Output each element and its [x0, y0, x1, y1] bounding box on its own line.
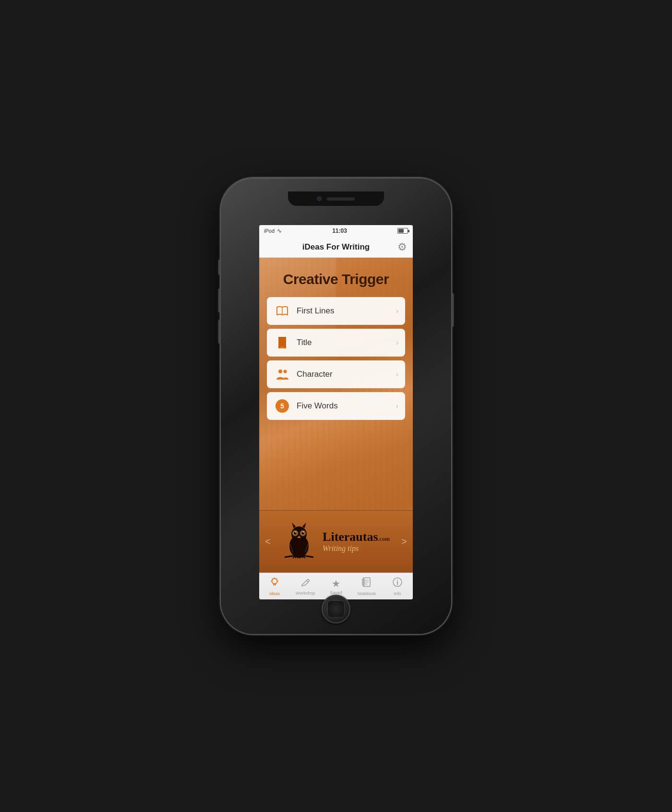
volume-down-button[interactable] [218, 320, 221, 344]
svg-point-37 [397, 580, 398, 581]
svg-point-23 [272, 578, 277, 584]
first-lines-label: First Lines [297, 306, 396, 316]
svg-point-15 [303, 532, 304, 533]
brand-tld: .com [378, 536, 390, 542]
people-icon [274, 368, 291, 381]
wifi-icon: ∿ [277, 227, 282, 234]
status-right [397, 228, 408, 234]
svg-line-28 [276, 578, 277, 579]
next-arrow-icon[interactable]: > [401, 536, 407, 547]
phone-frame: iPod ∿ 11:03 iDeas For Writing ⚙ Creativ… [221, 178, 451, 634]
info-tab-label: Info [394, 591, 401, 596]
top-bar [288, 191, 384, 206]
menu-item-character[interactable]: Character › [267, 360, 405, 388]
menu-item-first-lines[interactable]: First Lines › [267, 297, 405, 325]
settings-gear-icon[interactable]: ⚙ [397, 241, 407, 253]
svg-point-13 [301, 532, 304, 535]
carrier-label: iPod [264, 228, 275, 234]
logo-text-block: Literautas.com Writing tips [323, 530, 390, 553]
creative-trigger-heading: Creative Trigger [259, 258, 413, 297]
prev-arrow-icon[interactable]: < [265, 536, 271, 547]
camera [317, 196, 322, 201]
power-button[interactable] [451, 293, 454, 327]
svg-point-12 [294, 532, 297, 535]
five-badge-icon: 5 [274, 399, 291, 413]
brand-name: Literautas.com [323, 530, 390, 544]
notebook-icon [362, 577, 372, 590]
workshop-pen-icon [300, 577, 310, 590]
main-content: Creative Trigger [259, 258, 413, 573]
status-left: iPod ∿ [264, 227, 282, 234]
svg-point-2 [278, 370, 282, 373]
volume-up-button[interactable] [218, 288, 221, 312]
svg-point-14 [295, 532, 296, 533]
logo-tagline: Writing tips [323, 544, 390, 553]
info-circle-icon [392, 577, 403, 590]
battery-fill [398, 229, 404, 233]
chevron-icon: › [396, 338, 398, 347]
battery-indicator [397, 228, 408, 234]
menu-item-five-words[interactable]: 5 Five Words › [267, 392, 405, 420]
home-button[interactable] [322, 595, 350, 623]
speaker [326, 197, 355, 201]
owl-logo-icon [282, 520, 316, 563]
chevron-icon: › [396, 370, 398, 379]
tab-info[interactable]: Info [382, 573, 413, 599]
chevron-icon: › [396, 402, 398, 410]
status-bar: iPod ∿ 11:03 [259, 225, 413, 237]
nav-title: iDeas For Writing [302, 242, 370, 252]
nav-bar: iDeas For Writing ⚙ [259, 237, 413, 258]
tab-ideas[interactable]: Ideas [259, 573, 290, 599]
svg-line-29 [306, 580, 308, 582]
svg-marker-6 [292, 523, 296, 528]
saved-star-icon: ★ [332, 578, 340, 589]
brand-name-text: Literautas [323, 530, 378, 544]
book-icon [274, 305, 291, 317]
five-number-badge: 5 [276, 399, 289, 413]
mute-button[interactable] [218, 260, 221, 275]
tab-workshop[interactable]: Workshop [290, 573, 321, 599]
ideas-icon [269, 577, 280, 590]
menu-item-title[interactable]: Title › [267, 329, 405, 357]
svg-line-27 [272, 578, 273, 579]
title-label: Title [297, 338, 396, 347]
character-label: Character [297, 370, 396, 379]
svg-point-3 [284, 370, 287, 373]
five-words-label: Five Words [297, 401, 396, 411]
home-button-inner [327, 600, 345, 618]
logo-area: < [259, 510, 413, 573]
phone-screen: iPod ∿ 11:03 iDeas For Writing ⚙ Creativ… [259, 225, 413, 599]
saved-tab-label: Saved [330, 590, 342, 595]
menu-list: First Lines › [259, 297, 413, 510]
time-display: 11:03 [332, 227, 347, 234]
bookmark-icon [274, 336, 291, 349]
workshop-tab-label: Workshop [296, 591, 315, 596]
tab-notebook[interactable]: Notebook [351, 573, 382, 599]
ideas-tab-label: Ideas [269, 591, 280, 596]
chevron-icon: › [396, 307, 398, 315]
notebook-tab-label: Notebook [358, 591, 376, 596]
svg-marker-7 [302, 523, 306, 528]
